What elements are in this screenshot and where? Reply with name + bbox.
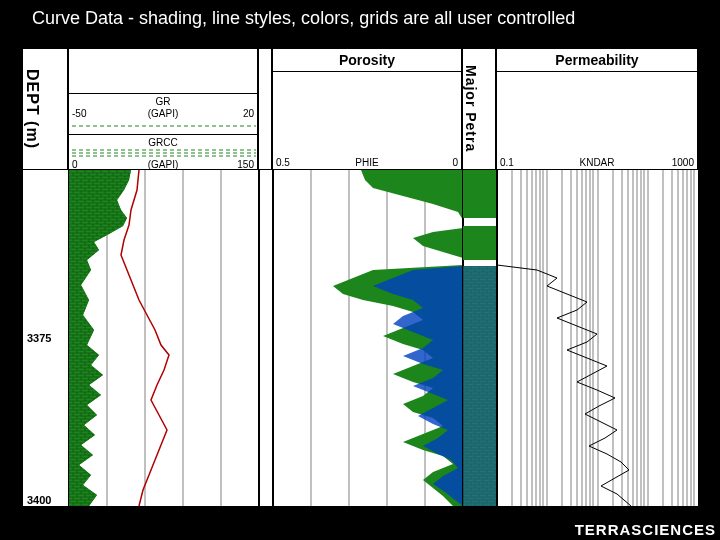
kndar-label: KNDAR (497, 157, 697, 168)
grcc-label: GRCC (69, 137, 257, 148)
gr-curve-label: GR (69, 96, 257, 107)
perm-title: Permeability (497, 49, 697, 72)
svg-rect-16 (463, 266, 497, 506)
kndar-right: 1000 (672, 157, 694, 168)
depth-axis-label: DEPT (m) (23, 49, 41, 169)
well-log-plot: DEPT (m) -50 GR (GAPI) 20 GRCC 0 (GAPI) … (22, 48, 698, 506)
phie-right: 0 (452, 157, 458, 168)
depth-tick-1: 3375 (27, 332, 51, 344)
depth-track: 3375 3400 (22, 170, 70, 506)
gapi-units: (GAPI) (69, 159, 257, 170)
lith-header: Major Petra (462, 48, 496, 170)
porosity-title: Porosity (273, 49, 461, 72)
track1-header: -50 GR (GAPI) 20 GRCC 0 (GAPI) 150 (68, 48, 258, 170)
gr-units: (GAPI) (69, 108, 257, 119)
depth-header: DEPT (m) (22, 48, 68, 170)
track3-body (496, 170, 700, 506)
svg-rect-13 (463, 170, 497, 218)
depth-tick-2: 3400 (27, 494, 51, 506)
lith-track (462, 170, 498, 506)
track2-header: Porosity 0.5 PHIE 0 (272, 48, 462, 170)
svg-rect-14 (463, 226, 497, 260)
gr-scale-right: 20 (243, 108, 254, 119)
phie-label: PHIE (273, 157, 461, 168)
track2-body (272, 170, 464, 506)
page-title: Curve Data - shading, line styles, color… (0, 0, 720, 35)
track1-body (68, 170, 260, 506)
footer-brand: TERRASCIENCES (575, 521, 716, 538)
spacer1 (258, 48, 272, 170)
track3-header: Permeability 0.1 KNDAR 1000 (496, 48, 698, 170)
lith-label: Major Petra (463, 49, 479, 169)
gapi-right: 150 (237, 159, 254, 170)
